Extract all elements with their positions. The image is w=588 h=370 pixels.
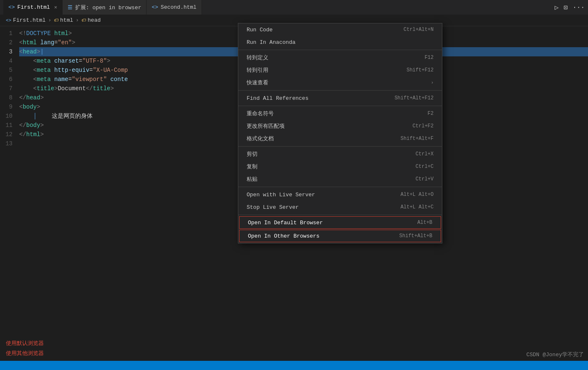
- statusbar: [0, 361, 588, 370]
- menu-quick-view-arrow: ›: [431, 80, 434, 85]
- ln-11: 11: [0, 121, 13, 130]
- breadcrumb-html-icon: 🏷: [54, 18, 58, 23]
- ln-1: 1: [0, 29, 13, 38]
- menu-open-other[interactable]: Open In Other Browsers Shift+Alt+B: [239, 230, 441, 242]
- menu-find-refs[interactable]: Find All References Shift+Alt+F12: [238, 92, 442, 104]
- menu-cut-shortcut: Ctrl+X: [416, 151, 434, 157]
- default-browser-row: 使用默认浏览器: [6, 340, 230, 347]
- menu-run-anaconda-label: Run In Anaconda: [247, 39, 295, 46]
- tab-close-first[interactable]: ✕: [54, 4, 57, 10]
- menu-quick-view[interactable]: 快速查看 ›: [238, 76, 442, 89]
- ln-8: 8: [0, 93, 13, 102]
- breadcrumb-html[interactable]: html: [60, 17, 73, 23]
- other-browsers-label: 使用其他浏览器: [6, 350, 44, 357]
- breadcrumb-file[interactable]: First.html: [13, 17, 45, 23]
- menu-run-anaconda[interactable]: Run In Anaconda: [238, 36, 442, 48]
- menu-open-other-label: Open In Other Browsers: [248, 233, 320, 239]
- menu-copy-shortcut: Ctrl+C: [416, 164, 434, 170]
- menu-change-all-shortcut: Ctrl+F2: [413, 123, 434, 129]
- ln-7: 7: [0, 84, 13, 93]
- menu-rename-sym[interactable]: 重命名符号 F2: [238, 107, 442, 120]
- menu-goto-def-shortcut: F12: [424, 55, 434, 61]
- menu-div-3: [238, 106, 442, 106]
- menu-open-other-shortcut: Shift+Alt+B: [399, 233, 432, 239]
- context-menu: Run Code Ctrl+Alt+N Run In Anaconda 转到定义…: [238, 23, 442, 243]
- menu-goto-ref-label: 转到引用: [247, 66, 268, 74]
- menu-goto-def[interactable]: 转到定义 F12: [238, 51, 442, 64]
- menu-format-doc-label: 格式化文档: [247, 135, 274, 142]
- menu-open-default-shortcut: Alt+B: [417, 220, 432, 226]
- tab-label-second: Second.html: [161, 4, 197, 10]
- tab-label-ext: 扩展: open in browser: [75, 4, 141, 11]
- menu-div-5: [238, 187, 442, 187]
- menu-rename-sym-label: 重命名符号: [247, 110, 274, 117]
- menu-run-code[interactable]: Run Code Ctrl+Alt+N: [238, 23, 442, 36]
- ln-5: 5: [0, 66, 13, 75]
- split-editor-button[interactable]: ⊡: [564, 3, 568, 12]
- menu-run-code-label: Run Code: [247, 27, 273, 33]
- breadcrumb-head[interactable]: head: [88, 17, 101, 23]
- menu-div-4: [238, 146, 442, 147]
- menu-stop-live-shortcut: Alt+L Alt+C: [401, 204, 434, 210]
- tab-second-html[interactable]: <> Second.html: [146, 0, 202, 15]
- ln-13: 13: [0, 139, 13, 148]
- menu-format-doc-shortcut: Shift+Alt+F: [401, 136, 434, 142]
- tab-icon-first: <>: [8, 4, 15, 10]
- ln-12: 12: [0, 130, 13, 139]
- bottom-labels: 使用默认浏览器 使用其他浏览器: [0, 336, 230, 361]
- menu-find-refs-label: Find All References: [247, 95, 308, 101]
- menu-div-1: [238, 50, 442, 50]
- menu-paste-label: 粘贴: [247, 175, 257, 183]
- menu-run-code-shortcut: Ctrl+Alt+N: [404, 27, 434, 33]
- ln-4: 4: [0, 56, 13, 66]
- tab-extension[interactable]: ☰ 扩展: open in browser: [63, 0, 147, 15]
- more-button[interactable]: ···: [573, 4, 585, 11]
- menu-cut[interactable]: 剪切 Ctrl+X: [238, 148, 442, 160]
- menu-div-6: [238, 215, 442, 215]
- ln-3: 3: [0, 47, 13, 56]
- ln-6: 6: [0, 75, 13, 84]
- breadcrumb-head-icon: 🏷: [81, 18, 86, 23]
- menu-goto-ref[interactable]: 转到引用 Shift+F12: [238, 64, 442, 76]
- menu-live-server[interactable]: Open with Live Server Alt+L Alt+O: [238, 188, 442, 201]
- menu-quick-view-label: 快速查看: [247, 79, 268, 86]
- other-browsers-row: 使用其他浏览器: [6, 350, 230, 357]
- menu-cut-label: 剪切: [247, 150, 257, 158]
- menu-live-server-shortcut: Alt+L Alt+O: [401, 192, 434, 198]
- titlebar: <> First.html ✕ ☰ 扩展: open in browser <>…: [0, 0, 588, 15]
- menu-open-default[interactable]: Open In Default Browser Alt+B: [239, 216, 441, 229]
- menu-goto-ref-shortcut: Shift+F12: [406, 67, 434, 73]
- breadcrumb-code-icon: <>: [6, 18, 11, 23]
- menu-open-default-label: Open In Default Browser: [248, 220, 323, 226]
- menu-rename-sym-shortcut: F2: [428, 111, 434, 117]
- watermark: CSDN @Joney学不完了: [526, 351, 584, 358]
- ln-2: 2: [0, 38, 13, 47]
- menu-format-doc[interactable]: 格式化文档 Shift+Alt+F: [238, 132, 442, 145]
- default-browser-label: 使用默认浏览器: [6, 340, 44, 347]
- tab-first-html[interactable]: <> First.html ✕: [3, 0, 63, 15]
- line-numbers: 1 2 3 4 5 6 7 8 9 10 11 12 13: [0, 26, 18, 361]
- watermark-text: CSDN @Joney学不完了: [526, 352, 584, 358]
- menu-paste[interactable]: 粘贴 Ctrl+V: [238, 173, 442, 185]
- breadcrumb-sep1: ›: [48, 17, 51, 23]
- menu-change-all-label: 更改所有匹配项: [247, 122, 285, 130]
- menu-change-all[interactable]: 更改所有匹配项 Ctrl+F2: [238, 120, 442, 132]
- tab-icon-ext: ☰: [68, 4, 73, 11]
- menu-stop-live[interactable]: Stop Live Server Alt+L Alt+C: [238, 201, 442, 213]
- menu-goto-def-label: 转到定义: [247, 54, 268, 61]
- menu-copy[interactable]: 复制 Ctrl+C: [238, 160, 442, 173]
- menu-live-server-label: Open with Live Server: [247, 192, 315, 198]
- ln-10: 10: [0, 112, 13, 121]
- breadcrumb-sep2: ›: [76, 17, 79, 23]
- run-button[interactable]: ▷: [555, 3, 559, 12]
- ln-9: 9: [0, 102, 13, 112]
- menu-paste-shortcut: Ctrl+V: [416, 176, 434, 182]
- titlebar-actions: ▷ ⊡ ···: [555, 3, 585, 12]
- menu-copy-label: 复制: [247, 163, 257, 170]
- menu-stop-live-label: Stop Live Server: [247, 204, 299, 210]
- menu-find-refs-shortcut: Shift+Alt+F12: [394, 95, 434, 101]
- menu-div-2: [238, 90, 442, 91]
- tab-icon-second: <>: [151, 4, 158, 10]
- tab-label-first: First.html: [18, 4, 50, 10]
